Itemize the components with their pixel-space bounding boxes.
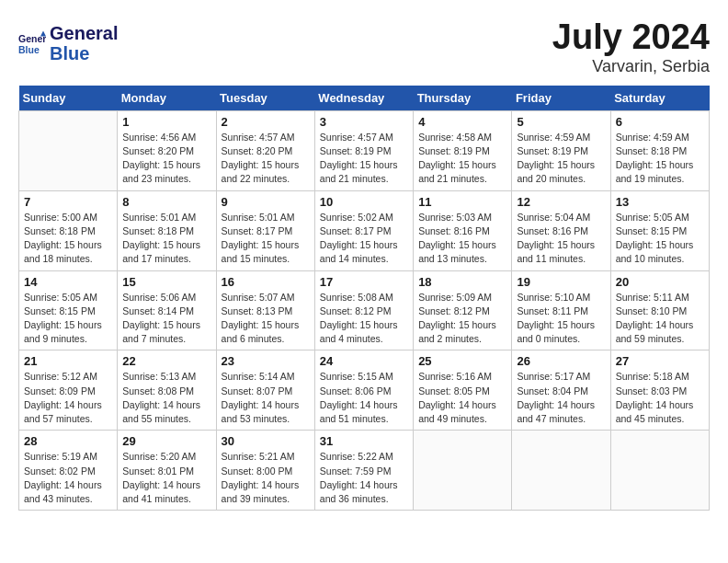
day-detail: Sunrise: 5:21 AMSunset: 8:00 PMDaylight:… — [222, 450, 310, 506]
day-cell: 6Sunrise: 4:59 AMSunset: 8:18 PMDaylight… — [610, 110, 709, 190]
day-detail: Sunrise: 5:01 AMSunset: 8:17 PMDaylight:… — [222, 211, 310, 267]
logo-line2: Blue — [50, 43, 118, 63]
day-cell: 3Sunrise: 4:57 AMSunset: 8:19 PMDaylight… — [314, 110, 413, 190]
day-number: 16 — [222, 275, 310, 289]
day-detail: Sunrise: 5:00 AMSunset: 8:18 PMDaylight:… — [24, 211, 112, 267]
day-number: 1 — [122, 115, 210, 129]
weekday-header-monday: Monday — [118, 86, 216, 111]
day-number: 30 — [222, 434, 310, 448]
day-cell: 17Sunrise: 5:08 AMSunset: 8:12 PMDayligh… — [314, 270, 413, 350]
day-detail: Sunrise: 5:07 AMSunset: 8:13 PMDaylight:… — [222, 291, 310, 347]
week-row-4: 21Sunrise: 5:12 AMSunset: 8:09 PMDayligh… — [19, 350, 710, 431]
calendar-table: SundayMondayTuesdayWednesdayThursdayFrid… — [18, 86, 710, 511]
day-number: 12 — [517, 195, 605, 209]
day-cell — [19, 110, 118, 190]
day-detail: Sunrise: 5:06 AMSunset: 8:14 PMDaylight:… — [122, 291, 210, 347]
day-cell: 28Sunrise: 5:19 AMSunset: 8:02 PMDayligh… — [19, 431, 118, 511]
day-detail: Sunrise: 5:01 AMSunset: 8:18 PMDaylight:… — [122, 211, 210, 267]
day-cell: 27Sunrise: 5:18 AMSunset: 8:03 PMDayligh… — [610, 350, 709, 431]
title-area: July 2024 Varvarin, Serbia — [552, 18, 710, 76]
week-row-5: 28Sunrise: 5:19 AMSunset: 8:02 PMDayligh… — [19, 431, 710, 511]
day-cell: 21Sunrise: 5:12 AMSunset: 8:09 PMDayligh… — [19, 350, 118, 431]
day-cell: 18Sunrise: 5:09 AMSunset: 8:12 PMDayligh… — [414, 270, 512, 350]
day-cell: 22Sunrise: 5:13 AMSunset: 8:08 PMDayligh… — [118, 350, 216, 431]
day-number: 18 — [418, 275, 506, 289]
weekday-header-saturday: Saturday — [610, 86, 709, 111]
day-detail: Sunrise: 5:15 AMSunset: 8:06 PMDaylight:… — [320, 370, 408, 426]
day-cell: 25Sunrise: 5:16 AMSunset: 8:05 PMDayligh… — [414, 350, 512, 431]
day-cell: 7Sunrise: 5:00 AMSunset: 8:18 PMDaylight… — [19, 190, 118, 270]
logo-icon: General Blue — [18, 29, 46, 57]
day-detail: Sunrise: 5:14 AMSunset: 8:07 PMDaylight:… — [222, 370, 310, 426]
day-detail: Sunrise: 5:22 AMSunset: 7:59 PMDaylight:… — [320, 450, 408, 506]
day-detail: Sunrise: 4:57 AMSunset: 8:20 PMDaylight:… — [222, 131, 310, 187]
day-number: 27 — [616, 354, 704, 368]
day-cell: 15Sunrise: 5:06 AMSunset: 8:14 PMDayligh… — [118, 270, 216, 350]
day-number: 25 — [418, 354, 506, 368]
day-number: 6 — [616, 115, 704, 129]
day-number: 23 — [222, 354, 310, 368]
day-number: 7 — [24, 195, 112, 209]
day-number: 20 — [616, 275, 704, 289]
logo: General Blue General Blue — [18, 23, 118, 63]
week-row-3: 14Sunrise: 5:05 AMSunset: 8:15 PMDayligh… — [19, 270, 710, 350]
day-cell: 9Sunrise: 5:01 AMSunset: 8:17 PMDaylight… — [216, 190, 314, 270]
day-number: 9 — [222, 195, 310, 209]
day-cell: 8Sunrise: 5:01 AMSunset: 8:18 PMDaylight… — [118, 190, 216, 270]
day-cell: 1Sunrise: 4:56 AMSunset: 8:20 PMDaylight… — [118, 110, 216, 190]
day-number: 17 — [320, 275, 408, 289]
logo-line1: General — [50, 23, 118, 43]
day-cell: 26Sunrise: 5:17 AMSunset: 8:04 PMDayligh… — [512, 350, 610, 431]
day-number: 29 — [122, 434, 210, 448]
weekday-header-thursday: Thursday — [414, 86, 512, 111]
day-number: 21 — [24, 354, 112, 368]
day-number: 3 — [320, 115, 408, 129]
day-detail: Sunrise: 5:17 AMSunset: 8:04 PMDaylight:… — [517, 370, 605, 426]
day-number: 8 — [122, 195, 210, 209]
day-number: 28 — [24, 434, 112, 448]
day-cell — [610, 431, 709, 511]
weekday-header-friday: Friday — [512, 86, 610, 111]
day-detail: Sunrise: 4:59 AMSunset: 8:18 PMDaylight:… — [616, 131, 704, 187]
day-detail: Sunrise: 4:57 AMSunset: 8:19 PMDaylight:… — [320, 131, 408, 187]
day-cell: 20Sunrise: 5:11 AMSunset: 8:10 PMDayligh… — [610, 270, 709, 350]
day-cell: 14Sunrise: 5:05 AMSunset: 8:15 PMDayligh… — [19, 270, 118, 350]
day-detail: Sunrise: 5:05 AMSunset: 8:15 PMDaylight:… — [616, 211, 704, 267]
day-cell: 23Sunrise: 5:14 AMSunset: 8:07 PMDayligh… — [216, 350, 314, 431]
header: General Blue General Blue July 2024 Varv… — [18, 18, 710, 76]
weekday-header-row: SundayMondayTuesdayWednesdayThursdayFrid… — [19, 86, 710, 111]
day-detail: Sunrise: 5:18 AMSunset: 8:03 PMDaylight:… — [616, 370, 704, 426]
day-number: 14 — [24, 275, 112, 289]
day-detail: Sunrise: 5:11 AMSunset: 8:10 PMDaylight:… — [616, 291, 704, 347]
day-detail: Sunrise: 5:05 AMSunset: 8:15 PMDaylight:… — [24, 291, 112, 347]
svg-text:Blue: Blue — [18, 44, 40, 55]
day-cell: 10Sunrise: 5:02 AMSunset: 8:17 PMDayligh… — [314, 190, 413, 270]
day-cell: 16Sunrise: 5:07 AMSunset: 8:13 PMDayligh… — [216, 270, 314, 350]
day-cell: 24Sunrise: 5:15 AMSunset: 8:06 PMDayligh… — [314, 350, 413, 431]
day-number: 13 — [616, 195, 704, 209]
day-number: 19 — [517, 275, 605, 289]
day-detail: Sunrise: 5:20 AMSunset: 8:01 PMDaylight:… — [122, 450, 210, 506]
day-number: 5 — [517, 115, 605, 129]
day-number: 4 — [418, 115, 506, 129]
weekday-header-tuesday: Tuesday — [216, 86, 314, 111]
day-number: 11 — [418, 195, 506, 209]
day-detail: Sunrise: 4:58 AMSunset: 8:19 PMDaylight:… — [418, 131, 506, 187]
week-row-1: 1Sunrise: 4:56 AMSunset: 8:20 PMDaylight… — [19, 110, 710, 190]
week-row-2: 7Sunrise: 5:00 AMSunset: 8:18 PMDaylight… — [19, 190, 710, 270]
day-number: 31 — [320, 434, 408, 448]
day-number: 10 — [320, 195, 408, 209]
day-number: 26 — [517, 354, 605, 368]
day-number: 2 — [222, 115, 310, 129]
day-cell: 13Sunrise: 5:05 AMSunset: 8:15 PMDayligh… — [610, 190, 709, 270]
day-cell: 4Sunrise: 4:58 AMSunset: 8:19 PMDaylight… — [414, 110, 512, 190]
day-detail: Sunrise: 4:59 AMSunset: 8:19 PMDaylight:… — [517, 131, 605, 187]
day-cell: 11Sunrise: 5:03 AMSunset: 8:16 PMDayligh… — [414, 190, 512, 270]
day-number: 24 — [320, 354, 408, 368]
day-cell: 12Sunrise: 5:04 AMSunset: 8:16 PMDayligh… — [512, 190, 610, 270]
day-cell — [512, 431, 610, 511]
day-cell: 29Sunrise: 5:20 AMSunset: 8:01 PMDayligh… — [118, 431, 216, 511]
day-cell: 5Sunrise: 4:59 AMSunset: 8:19 PMDaylight… — [512, 110, 610, 190]
day-cell: 2Sunrise: 4:57 AMSunset: 8:20 PMDaylight… — [216, 110, 314, 190]
day-detail: Sunrise: 4:56 AMSunset: 8:20 PMDaylight:… — [122, 131, 210, 187]
